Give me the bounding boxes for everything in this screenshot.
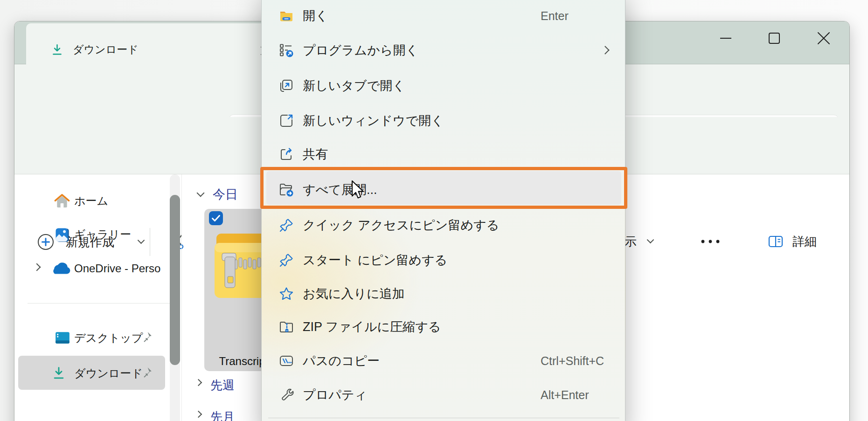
tab-title: ダウンロード bbox=[73, 43, 139, 56]
sidebar-content-divider bbox=[181, 174, 182, 421]
menu-item-shortcut: Enter bbox=[541, 9, 569, 23]
home-icon bbox=[54, 193, 70, 210]
open-with-icon bbox=[279, 43, 294, 58]
sidebar-scrollbar-thumb[interactable] bbox=[170, 195, 180, 365]
menu-item-label: パスのコピー bbox=[303, 353, 380, 368]
sidebar-item-desktop[interactable]: デスクトップ bbox=[18, 323, 165, 353]
sidebar-item-label: デスクトップ bbox=[74, 331, 143, 345]
open-folder-icon bbox=[279, 8, 294, 23]
group-chevron-icon[interactable] bbox=[197, 189, 205, 197]
menu-item-shortcut: Alt+Enter bbox=[541, 388, 589, 402]
menu-item-label: 新しいタブで開く bbox=[303, 78, 405, 93]
extract-icon bbox=[279, 182, 294, 197]
group-header-today[interactable]: 今日 bbox=[213, 187, 238, 201]
maximize-icon bbox=[768, 32, 780, 44]
sidebar-item-onedrive[interactable]: OneDrive - Perso bbox=[18, 253, 165, 284]
sidebar-item-gallery[interactable]: ギャラリー bbox=[18, 219, 165, 250]
submenu-chevron-icon bbox=[601, 46, 609, 54]
star-icon bbox=[279, 286, 294, 301]
copy-path-icon bbox=[279, 353, 294, 368]
menu-item-label: すべて展開... bbox=[303, 182, 377, 197]
details-pane-icon[interactable] bbox=[767, 233, 784, 250]
group-header-last-month[interactable]: 先月 bbox=[210, 410, 235, 421]
check-icon bbox=[209, 211, 223, 225]
group-chevron-icon[interactable] bbox=[195, 411, 202, 418]
sidebar-item-downloads[interactable]: ダウンロード bbox=[18, 356, 165, 390]
menu-item-compress-zip[interactable]: ZIP ファイルに圧縮する bbox=[262, 311, 625, 342]
new-window-icon bbox=[279, 113, 294, 128]
download-icon bbox=[52, 366, 66, 380]
minimize-icon bbox=[720, 32, 732, 44]
tab-downloads[interactable]: ダウンロード bbox=[26, 23, 287, 64]
pin-icon bbox=[140, 331, 153, 343]
sidebar-item-label: ダウンロード bbox=[74, 367, 143, 380]
pin-icon bbox=[279, 218, 294, 233]
context-menu: 開く Enter プログラムから開く bbox=[261, 0, 625, 421]
menu-item-label: プログラムから開く bbox=[303, 43, 418, 58]
menu-item-open-with[interactable]: プログラムから開く bbox=[262, 35, 625, 66]
menu-item-share[interactable]: 共有 bbox=[262, 139, 625, 170]
menu-item-pin-start[interactable]: スタート にピン留めする bbox=[262, 245, 625, 276]
sidebar-item-home[interactable]: ホーム bbox=[18, 186, 165, 216]
mouse-cursor bbox=[350, 179, 364, 201]
zip-compress-icon bbox=[279, 319, 294, 334]
expand-chevron-icon[interactable] bbox=[33, 263, 41, 271]
sidebar-item-label: OneDrive - Perso bbox=[74, 262, 178, 275]
menu-item-add-favorites[interactable]: お気に入りに追加 bbox=[262, 278, 625, 309]
share-icon bbox=[279, 147, 294, 162]
sidebar-divider bbox=[28, 303, 175, 304]
gallery-icon bbox=[54, 227, 70, 243]
menu-divider bbox=[268, 418, 619, 418]
menu-item-open-new-tab[interactable]: 新しいタブで開く bbox=[262, 70, 625, 101]
menu-item-label: ZIP ファイルに圧縮する bbox=[303, 319, 441, 334]
details-button-label[interactable]: 詳細 bbox=[792, 235, 817, 248]
desktop-icon bbox=[55, 331, 70, 345]
view-chevron-icon bbox=[647, 236, 654, 244]
sidebar-item-documents[interactable]: ドキュメント bbox=[18, 414, 165, 421]
maximize-button[interactable] bbox=[758, 25, 791, 51]
menu-item-copy-path[interactable]: パスのコピー Ctrl+Shift+C bbox=[262, 345, 625, 376]
menu-item-label: 開く bbox=[303, 8, 328, 23]
screen: ダウンロード bbox=[0, 0, 868, 421]
group-header-last-week[interactable]: 先週 bbox=[210, 378, 235, 392]
download-icon bbox=[51, 43, 63, 56]
menu-item-label: 新しいウィンドウで開く bbox=[303, 113, 444, 128]
menu-item-shortcut: Ctrl+Shift+C bbox=[541, 354, 604, 368]
menu-item-extract-all[interactable]: すべて展開... bbox=[262, 174, 625, 205]
properties-icon bbox=[279, 387, 294, 402]
pin-icon bbox=[140, 366, 153, 379]
menu-item-label: スタート にピン留めする bbox=[303, 253, 447, 268]
close-button[interactable] bbox=[807, 25, 840, 51]
sidebar-item-label: ホーム bbox=[74, 194, 108, 207]
file-checkbox[interactable] bbox=[209, 211, 223, 225]
pin-icon bbox=[279, 253, 294, 268]
menu-item-label: プロパティ bbox=[303, 387, 367, 402]
menu-item-open[interactable]: 開く Enter bbox=[262, 0, 625, 31]
new-tab-icon bbox=[279, 78, 294, 93]
menu-item-open-new-window[interactable]: 新しいウィンドウで開く bbox=[262, 105, 625, 136]
minimize-button[interactable] bbox=[709, 25, 742, 51]
sidebar-item-label: ギャラリー bbox=[74, 228, 131, 241]
more-button[interactable] bbox=[699, 238, 722, 247]
menu-item-label: お気に入りに追加 bbox=[303, 286, 405, 301]
menu-item-properties[interactable]: プロパティ Alt+Enter bbox=[262, 380, 625, 410]
menu-item-pin-quick-access[interactable]: クイック アクセスにピン留めする bbox=[262, 210, 625, 241]
onedrive-icon bbox=[51, 262, 70, 276]
close-icon bbox=[817, 32, 830, 45]
group-chevron-icon[interactable] bbox=[195, 379, 202, 386]
menu-item-label: 共有 bbox=[303, 147, 328, 162]
menu-item-label: クイック アクセスにピン留めする bbox=[303, 218, 499, 233]
more-icon bbox=[699, 238, 722, 245]
